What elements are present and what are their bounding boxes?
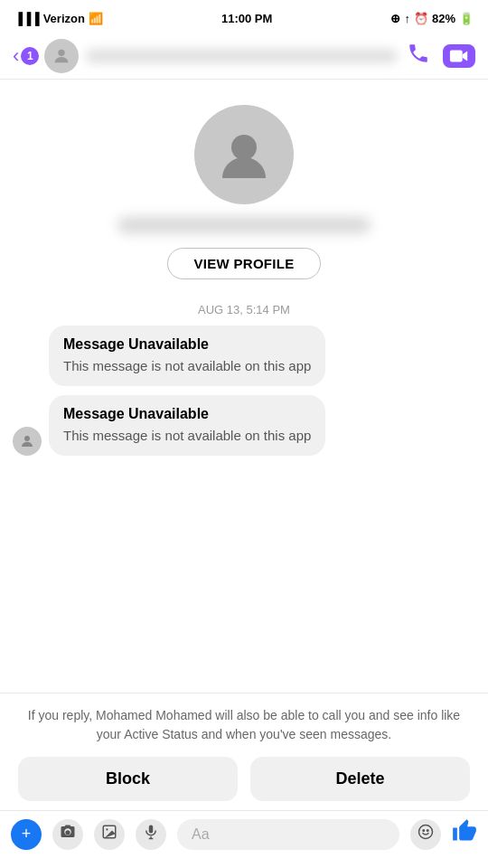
svg-point-7 — [106, 828, 108, 830]
thumbs-up-icon — [452, 822, 477, 849]
mic-button[interactable] — [136, 819, 166, 850]
back-badge: 1 — [21, 47, 39, 65]
microphone-icon — [143, 824, 159, 844]
chevron-left-icon: ‹ — [13, 46, 19, 66]
delete-button[interactable]: Delete — [250, 757, 470, 801]
message-unavailable-title-2: Message Unavailable — [63, 406, 311, 422]
emoji-icon — [418, 824, 434, 844]
contact-name-large-blurred — [117, 217, 371, 233]
svg-point-0 — [59, 49, 65, 55]
svg-rect-8 — [149, 826, 154, 834]
message-input[interactable]: Aa — [177, 819, 399, 850]
status-bar: ▐▐▐ Verizon 📶 11:00 PM ⊕ ↑ ⏰ 82% 🔋 — [0, 0, 488, 33]
camera-icon — [60, 824, 76, 844]
svg-point-11 — [419, 826, 433, 839]
back-button[interactable]: ‹ 1 — [13, 46, 39, 66]
profile-avatar-large[interactable] — [194, 105, 294, 204]
nav-bar: ‹ 1 — [0, 33, 488, 80]
svg-point-3 — [24, 366, 30, 372]
alarm-icon: ⏰ — [414, 12, 428, 25]
svg-point-4 — [24, 436, 30, 441]
input-placeholder: Aa — [192, 826, 210, 843]
table-row: Message Unavailable This message is not … — [13, 395, 475, 456]
block-button[interactable]: Block — [18, 757, 238, 801]
messages-container: Message Unavailable This message is not … — [0, 326, 488, 456]
location-icon: ⊕ — [390, 12, 400, 25]
battery-label: 82% — [432, 12, 455, 25]
wifi-icon: 📶 — [89, 12, 103, 25]
avatar — [13, 427, 42, 456]
info-text: If you reply, Mohamed Mohamed will also … — [18, 706, 470, 744]
emoji-button[interactable] — [410, 819, 441, 850]
message-timestamp: AUG 13, 5:14 PM — [198, 303, 290, 316]
svg-point-2 — [231, 135, 257, 160]
list-item: Message Unavailable This message is not … — [49, 326, 325, 386]
contact-name-blurred — [86, 49, 398, 63]
view-profile-button[interactable]: VIEW PROFILE — [167, 248, 320, 279]
message-unavailable-body-1: This message is not available on this ap… — [63, 356, 311, 375]
signal-icon: ▐▐▐ — [14, 12, 40, 25]
message-unavailable-title-1: Message Unavailable — [63, 336, 311, 353]
phone-call-icon[interactable] — [407, 42, 430, 71]
image-button[interactable] — [94, 819, 125, 850]
camera-button[interactable] — [52, 819, 83, 850]
battery-icon: 🔋 — [459, 12, 474, 25]
chat-area: VIEW PROFILE AUG 13, 5:14 PM Message Una… — [0, 80, 488, 693]
nav-actions — [407, 42, 475, 71]
image-icon — [101, 824, 117, 844]
video-call-icon[interactable] — [443, 44, 475, 68]
svg-point-12 — [423, 830, 425, 832]
status-carrier: ▐▐▐ Verizon 📶 — [14, 12, 103, 25]
status-right-icons: ⊕ ↑ ⏰ 82% 🔋 — [390, 12, 474, 25]
action-buttons: Block Delete — [18, 757, 470, 801]
svg-point-13 — [427, 830, 429, 832]
arrow-icon: ↑ — [404, 12, 410, 25]
list-item: Message Unavailable This message is not … — [49, 395, 325, 456]
bottom-info-section: If you reply, Mohamed Mohamed will also … — [0, 693, 488, 810]
add-button[interactable]: + — [11, 819, 42, 850]
carrier-label: Verizon — [43, 12, 85, 25]
svg-point-5 — [65, 830, 70, 835]
nav-avatar[interactable] — [44, 39, 79, 73]
profile-section: VIEW PROFILE — [0, 80, 488, 290]
like-button[interactable] — [452, 818, 477, 850]
plus-icon: + — [22, 825, 32, 844]
table-row: Message Unavailable This message is not … — [13, 326, 475, 386]
svg-rect-1 — [450, 50, 463, 61]
input-bar: + Aa — [0, 810, 488, 868]
message-unavailable-body-2: This message is not available on this ap… — [63, 426, 311, 445]
status-time: 11:00 PM — [221, 12, 272, 25]
